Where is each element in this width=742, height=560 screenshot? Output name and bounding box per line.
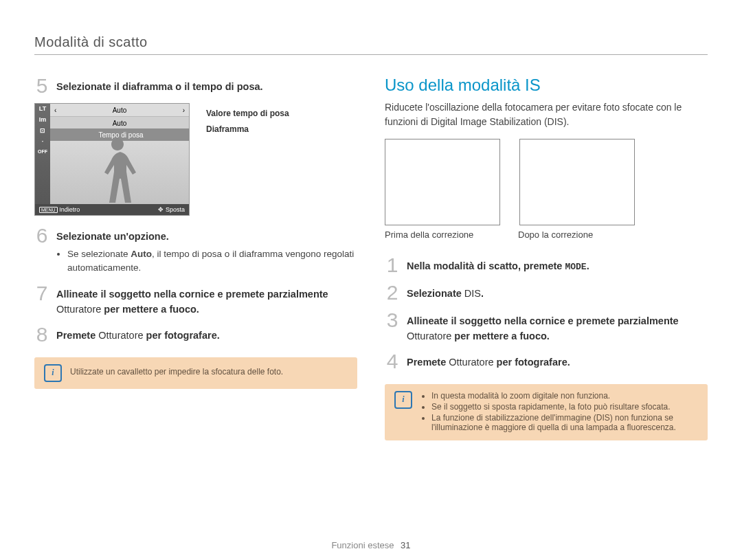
step-text: Allineate il soggetto nella cornice e pr… [56, 283, 357, 317]
manual-page: Modalità di scatto 5 Selezionate il diaf… [0, 0, 742, 560]
step-1: 1 Nella modalità di scatto, premete MODE… [385, 255, 708, 276]
section-description: Riducete l'oscillazione della fotocamera… [385, 100, 708, 129]
step-8: 8 Premete Otturatore per fotografare. [34, 324, 357, 345]
step-number: 4 [385, 351, 400, 372]
step-6: 6 Selezionate un'opzione. Se selezionate… [34, 225, 357, 276]
lcd-left-iconbar: LT Im ⊡ · OFF [35, 104, 50, 215]
page-footer: Funzioni estese 31 [0, 540, 742, 550]
step-text: Nella modalità di scatto, premete MODE. [407, 255, 708, 274]
section-heading: Uso della modalità IS [385, 76, 708, 95]
step-3: 3 Allineate il soggetto nella cornice e … [385, 310, 708, 344]
move-icon: ✥ [158, 206, 164, 213]
note-list-item: La funzione di stabilizzazione dell'imma… [431, 413, 698, 432]
lcd-icon: LT [39, 105, 46, 112]
left-column: 5 Selezionate il diaframma o il tempo di… [34, 76, 357, 440]
lcd-row-auto-1: ‹ Auto › [50, 104, 189, 116]
note-box: i Utilizzate un cavalletto per impedire … [34, 357, 357, 389]
comparison-images [385, 139, 708, 225]
note-list-item: In questa modalità lo zoom digitale non … [431, 391, 698, 401]
chevron-left-icon: ‹ [54, 107, 56, 114]
step-number: 2 [385, 282, 400, 303]
lcd-icon: · [42, 138, 44, 145]
step-5: 5 Selezionate il diaframma o il tempo di… [34, 76, 357, 96]
legend-line: Valore tempo di posa [206, 106, 289, 122]
lcd-row-auto-2: Auto [50, 116, 189, 130]
lcd-icon: ⊡ [40, 127, 45, 134]
step-text: Allineate il soggetto nella cornice e pr… [407, 310, 708, 344]
note-list: In questa modalità lo zoom digitale non … [420, 391, 698, 434]
menu-chip-icon: MENU [39, 207, 58, 213]
lcd-illustration-row: LT Im ⊡ · OFF ‹ Auto › Auto [34, 103, 357, 216]
bullet: Se selezionate Auto, il tempo di posa o … [67, 247, 357, 276]
chevron-right-icon: › [183, 107, 185, 114]
step-number: 8 [34, 324, 49, 345]
footer-page-number: 31 [401, 540, 410, 550]
lcd-legend: Valore tempo di posa Diaframma [206, 103, 289, 137]
image-captions: Prima della correzione Dopo la correzion… [385, 229, 708, 240]
info-icon: i [44, 364, 62, 382]
image-placeholder-before [385, 139, 500, 225]
step-text: Selezionate DIS. [407, 282, 708, 302]
caption-before: Prima della correzione [385, 229, 499, 240]
image-placeholder-after [519, 139, 635, 225]
step-text: Selezionate un'opzione. Se selezionate A… [56, 225, 357, 276]
step-text: Selezionate il diaframma o il tempo di p… [56, 76, 357, 95]
person-silhouette-icon [97, 138, 138, 203]
step-number: 3 [385, 310, 400, 331]
right-column: Uso della modalità IS Riducete l'oscilla… [385, 76, 708, 440]
step-text: Premete Otturatore per fotografare. [407, 351, 708, 370]
caption-after: Dopo la correzione [518, 229, 632, 240]
lcd-bottom-bar: MENU Indietro ✥ Sposta [35, 204, 189, 215]
footer-section: Funzioni estese [331, 540, 394, 550]
step-number: 7 [34, 283, 49, 304]
step-number: 5 [34, 76, 49, 96]
step-text: Premete Otturatore per fotografare. [56, 324, 357, 344]
step-number: 1 [385, 255, 400, 276]
lcd-icon: Im [39, 116, 47, 123]
lcd-icon: OFF [38, 149, 47, 154]
note-text: Utilizzate un cavalletto per impedire la… [70, 364, 283, 377]
lcd-move-label: Sposta [166, 206, 185, 213]
note-box: i In questa modalità lo zoom digitale no… [385, 384, 708, 440]
page-title: Modalità di scatto [34, 34, 708, 55]
info-icon: i [394, 391, 412, 409]
step-4: 4 Premete Otturatore per fotografare. [385, 351, 708, 372]
step-7: 7 Allineate il soggetto nella cornice e … [34, 283, 357, 317]
lcd-mockup: LT Im ⊡ · OFF ‹ Auto › Auto [34, 103, 190, 216]
lcd-back-label: Indietro [59, 206, 80, 213]
columns: 5 Selezionate il diaframma o il tempo di… [34, 76, 708, 440]
note-list-item: Se il soggetto si sposta rapidamente, la… [431, 402, 698, 412]
step-2: 2 Selezionate DIS. [385, 282, 708, 303]
legend-line: Diaframma [206, 122, 289, 137]
step-number: 6 [34, 225, 49, 246]
